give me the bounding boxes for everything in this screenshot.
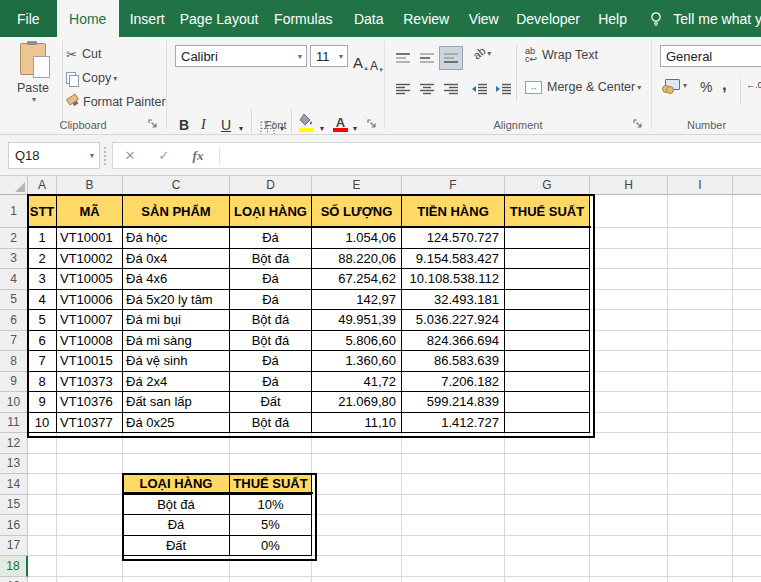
tell-me-box[interactable]: Tell me what y <box>649 0 761 37</box>
cell-D16[interactable]: 5% <box>230 515 312 536</box>
align-center-button[interactable] <box>415 77 439 101</box>
column-header-F[interactable]: F <box>402 176 505 195</box>
cell-I1[interactable] <box>668 195 733 228</box>
cell-G8[interactable] <box>505 351 590 372</box>
row-header-10[interactable]: 10 <box>0 392 28 413</box>
cell-D17[interactable]: 0% <box>230 536 312 557</box>
cell-A13[interactable] <box>28 454 57 475</box>
cell-I13[interactable] <box>668 454 733 475</box>
cell-J17[interactable] <box>733 536 761 557</box>
cell-H18[interactable] <box>590 556 668 577</box>
cell-D6[interactable]: Bột đá <box>230 310 312 331</box>
cell-C3[interactable]: Đá 0x4 <box>123 249 230 270</box>
row-header-17[interactable]: 17 <box>0 536 28 557</box>
comma-style-button[interactable]: , <box>722 75 727 95</box>
cell-F12[interactable] <box>402 433 505 454</box>
cell-A14[interactable] <box>28 474 57 495</box>
cell-H11[interactable] <box>590 413 668 434</box>
column-header-B[interactable]: B <box>57 176 123 195</box>
font-size-combo[interactable]: 11 ▾ <box>310 45 348 67</box>
name-box-dropdown-arrow[interactable]: ▾ <box>90 151 94 160</box>
cell-A15[interactable] <box>28 495 57 516</box>
cell-H17[interactable] <box>590 536 668 557</box>
cell-F11[interactable]: 1.412.727 <box>402 413 505 434</box>
cell-G13[interactable] <box>505 454 590 475</box>
cell-B15[interactable] <box>57 495 123 516</box>
cell-F19[interactable] <box>402 577 505 582</box>
tab-view[interactable]: View <box>459 0 509 37</box>
font-name-combo[interactable]: Calibri ▾ <box>175 45 307 67</box>
cell-H15[interactable] <box>590 495 668 516</box>
column-header-J[interactable] <box>733 176 761 195</box>
cell-A10[interactable]: 9 <box>28 392 57 413</box>
cell-J14[interactable] <box>733 474 761 495</box>
row-header-16[interactable]: 16 <box>0 515 28 536</box>
cell-F7[interactable]: 824.366.694 <box>402 331 505 352</box>
cell-B8[interactable]: VT10015 <box>57 351 123 372</box>
cell-I11[interactable] <box>668 413 733 434</box>
cell-F3[interactable]: 9.154.583.427 <box>402 249 505 270</box>
cell-C13[interactable] <box>123 454 230 475</box>
formula-bar-splitter[interactable] <box>104 147 109 165</box>
cell-F8[interactable]: 86.583.639 <box>402 351 505 372</box>
column-header-D[interactable]: D <box>230 176 312 195</box>
cell-F15[interactable] <box>402 495 505 516</box>
row-header-13[interactable]: 13 <box>0 454 28 475</box>
cell-I4[interactable] <box>668 269 733 290</box>
tab-home[interactable]: Home <box>57 0 119 37</box>
cell-I6[interactable] <box>668 310 733 331</box>
increase-indent-button[interactable] <box>491 77 515 101</box>
cell-E9[interactable]: 41,72 <box>312 372 402 393</box>
cell-G4[interactable] <box>505 269 590 290</box>
cell-H16[interactable] <box>590 515 668 536</box>
cell-G7[interactable] <box>505 331 590 352</box>
cell-G10[interactable] <box>505 392 590 413</box>
row-header-4[interactable]: 4 <box>0 269 28 290</box>
cell-E7[interactable]: 5.806,60 <box>312 331 402 352</box>
cell-D12[interactable] <box>230 433 312 454</box>
cell-F2[interactable]: 124.570.727 <box>402 228 505 249</box>
tab-developer[interactable]: Developer <box>508 0 587 37</box>
cell-B9[interactable]: VT10373 <box>57 372 123 393</box>
clipboard-dialog-launcher[interactable] <box>148 119 159 130</box>
align-middle-button[interactable] <box>415 46 439 70</box>
cell-G18[interactable] <box>505 556 590 577</box>
align-bottom-button[interactable] <box>439 46 463 70</box>
align-left-button[interactable] <box>391 77 415 101</box>
cell-B3[interactable]: VT10002 <box>57 249 123 270</box>
cell-C8[interactable]: Đá vệ sinh <box>123 351 230 372</box>
cell-D18[interactable] <box>230 556 312 577</box>
cell-J12[interactable] <box>733 433 761 454</box>
cell-G11[interactable] <box>505 413 590 434</box>
tab-page-layout[interactable]: Page Layout <box>175 0 262 37</box>
name-box[interactable]: Q18 ▾ <box>8 142 100 169</box>
cell-D1[interactable]: LOẠI HÀNG <box>230 195 312 228</box>
cell-A3[interactable]: 2 <box>28 249 57 270</box>
orientation-button[interactable]: ab ▾ <box>473 47 491 59</box>
cell-E5[interactable]: 142,97 <box>312 290 402 311</box>
cell-A11[interactable]: 10 <box>28 413 57 434</box>
column-header-H[interactable]: H <box>590 176 668 195</box>
cell-H9[interactable] <box>590 372 668 393</box>
cell-B4[interactable]: VT10005 <box>57 269 123 290</box>
formula-input[interactable] <box>224 143 761 168</box>
cell-I7[interactable] <box>668 331 733 352</box>
cell-C19[interactable] <box>123 577 230 582</box>
tab-file[interactable]: File <box>0 0 57 37</box>
cell-G5[interactable] <box>505 290 590 311</box>
cell-G1[interactable]: THUẾ SUẤT <box>505 195 590 228</box>
cell-H4[interactable] <box>590 269 668 290</box>
cell-B2[interactable]: VT10001 <box>57 228 123 249</box>
cell-D13[interactable] <box>230 454 312 475</box>
cell-F4[interactable]: 10.108.538.112 <box>402 269 505 290</box>
cell-C9[interactable]: Đá 2x4 <box>123 372 230 393</box>
cell-E2[interactable]: 1.054,06 <box>312 228 402 249</box>
cell-E16[interactable] <box>312 515 402 536</box>
cell-G2[interactable] <box>505 228 590 249</box>
cell-H13[interactable] <box>590 454 668 475</box>
cell-I5[interactable] <box>668 290 733 311</box>
cell-F1[interactable]: TIỀN HÀNG <box>402 195 505 228</box>
cell-A5[interactable]: 4 <box>28 290 57 311</box>
cell-I14[interactable] <box>668 474 733 495</box>
copy-button[interactable]: Copy ▾ <box>66 68 117 88</box>
